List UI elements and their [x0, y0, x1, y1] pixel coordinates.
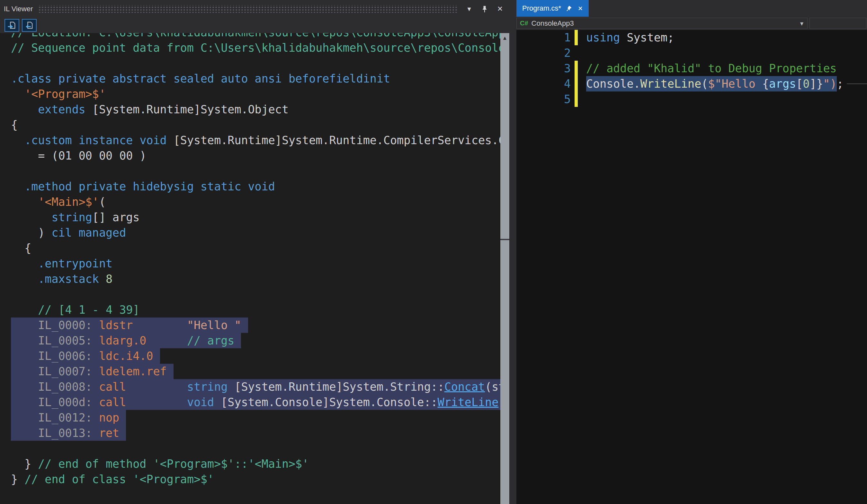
token-op: call [99, 396, 126, 409]
token-kw: string [51, 210, 92, 225]
vs-window: IL Viewer ▾ ✕ // Location: C:\Users\khal… [0, 0, 867, 504]
current-line-extension [847, 84, 867, 84]
token-pln [11, 86, 24, 102]
token-cmt: // [4 1 - 4 39] [11, 302, 139, 317]
token-pln [11, 133, 24, 148]
code-line: .class private abstract sealed auto ansi… [11, 71, 500, 86]
code-line: { [11, 117, 500, 133]
sync-source-icon [25, 21, 34, 30]
token-lbl: IL_0005: [11, 334, 99, 347]
token-lbl: IL_0013: [11, 427, 99, 439]
token-lbl: IL_000d: [11, 396, 99, 409]
code-editor[interactable]: 12345 using System;// added "Khalid" to … [516, 30, 867, 504]
code-line: = (01 00 00 00 ) [11, 148, 500, 163]
chevron-down-icon: ▾ [800, 20, 803, 27]
token-lbl: IL_0012: [11, 411, 99, 424]
token-cmt: // args [187, 334, 235, 347]
il-code: // Location: C:\Users\khalidabuhakmeh\so… [11, 33, 500, 487]
chevron-down-icon: ▾ [467, 5, 471, 13]
code-line: // Sequence point data from C:\Users\kha… [11, 40, 500, 56]
code-line [586, 91, 867, 107]
pin-button[interactable] [479, 3, 490, 15]
token-pln [126, 396, 187, 409]
pin-icon [481, 6, 488, 12]
token-pln: { [11, 117, 18, 133]
code-line: { [11, 240, 500, 256]
token-link: WriteLine [438, 396, 499, 409]
token-pln [11, 194, 38, 210]
il-code-area[interactable]: // Location: C:\Users\khalidabuhakmeh\so… [0, 33, 510, 504]
sync-source-button[interactable] [22, 19, 36, 32]
code-line [11, 287, 500, 302]
token-op: ldelem.ref [99, 365, 167, 378]
panel-title: IL Viewer [4, 5, 33, 13]
modified-lines-indicator [575, 61, 578, 107]
token-kw: string [187, 381, 227, 393]
tab-pin-button[interactable] [565, 4, 572, 12]
token-pln [11, 271, 38, 287]
line-number[interactable]: 2 [516, 45, 571, 61]
il-scrollbar[interactable]: ▲ [500, 33, 509, 504]
code-line: IL_0000: ldstr "Hello " [11, 317, 500, 333]
token-meth: WriteLine [641, 77, 702, 90]
line-number[interactable]: 3 [516, 61, 571, 76]
token-op: ldc.i4.0 [99, 350, 153, 362]
token-pln: [System.Runtime]System.String:: [227, 381, 444, 393]
tab-program-cs[interactable]: Program.cs* ✕ [516, 0, 589, 17]
close-button[interactable]: ✕ [494, 3, 506, 15]
code-line: '<Program>$' [11, 86, 500, 102]
close-icon: ✕ [497, 5, 503, 13]
selection-highlight: IL_0005: ldarg.0 // args [11, 333, 241, 348]
token-pln [241, 319, 248, 332]
line-number-gutter[interactable]: 12345 [516, 30, 571, 107]
il-viewer-pane: IL Viewer ▾ ✕ // Location: C:\Users\khal… [0, 0, 510, 504]
selection-highlight: IL_0012: nop [11, 410, 126, 425]
sync-caret-button[interactable] [4, 19, 19, 32]
token-kw: extends [38, 102, 85, 117]
token-link: Concat [445, 381, 485, 393]
scrollbar-up-arrow[interactable]: ▲ [500, 33, 509, 43]
token-pln: [System.Runtime]System.Object [85, 102, 289, 117]
token-cmt: // Location: C:\Users\khalidabuhakmeh\so… [11, 33, 500, 40]
token-name: '<Main>$' [38, 194, 99, 210]
token-op: nop [99, 411, 119, 424]
token-kw: .entrypoint [38, 256, 113, 271]
selection-highlight: IL_0013: ret [11, 425, 126, 441]
code-line: .method private hidebysig static void [11, 179, 500, 194]
token-pln [119, 427, 126, 439]
token-str: $"Hello [708, 77, 762, 90]
csharp-project-icon: C# [520, 20, 528, 27]
token-pln: [] args [92, 210, 140, 225]
titlebar-grip[interactable] [38, 5, 459, 13]
code-line [11, 441, 500, 456]
token-pln: . [634, 77, 641, 90]
code-line: // Location: C:\Users\khalidabuhakmeh\so… [11, 33, 500, 40]
line-number[interactable]: 5 [516, 91, 571, 107]
close-icon: ✕ [578, 5, 583, 12]
code-line: // [4 1 - 4 39] [11, 302, 500, 317]
token-pln: [System.Runtime]System.Runtime.CompilerS… [167, 133, 500, 148]
token-str: ") [823, 77, 837, 90]
token-pln: [ [796, 77, 803, 90]
token-kw: .method private hidebysig static void [24, 179, 275, 194]
token-op: call [99, 381, 126, 393]
window-position-button[interactable]: ▾ [463, 3, 475, 15]
tab-close-button[interactable]: ✕ [577, 4, 584, 12]
token-pln [234, 334, 241, 347]
token-pln: ]} [810, 77, 823, 90]
code-line [11, 163, 500, 179]
token-cls: Console [586, 77, 634, 90]
selection-highlight: IL_0008: call string [System.Runtime]Sys… [11, 379, 500, 395]
line-number[interactable]: 1 [516, 30, 571, 45]
token-pln: { [11, 240, 31, 256]
token-num: 8 [106, 271, 113, 287]
pin-icon [566, 6, 572, 12]
code-line: Console.WriteLine($"Hello {args[0]}"); [586, 76, 867, 91]
navbar-secondary-dropdown[interactable] [810, 18, 866, 29]
il-viewer-titlebar[interactable]: IL Viewer ▾ ✕ [0, 0, 510, 18]
line-number[interactable]: 4 [516, 76, 571, 91]
project-dropdown[interactable]: C# ConsoleApp3 ▾ [516, 18, 807, 29]
token-cmt: // end of class '<Program>$' [24, 472, 214, 487]
token-pln: [System.Console]System.Console:: [214, 396, 437, 409]
token-cmt: // end of method '<Program>$'::'<Main>$' [38, 456, 309, 472]
